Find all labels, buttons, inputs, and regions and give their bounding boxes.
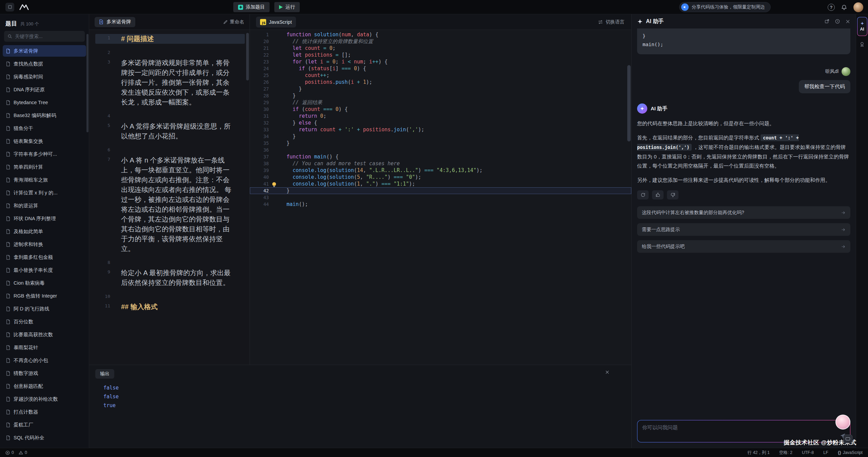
- code-line[interactable]: 37function main() {: [250, 153, 631, 160]
- help-button[interactable]: ?: [828, 4, 835, 11]
- thumbs-up-button[interactable]: [652, 190, 664, 199]
- close-icon[interactable]: [605, 370, 610, 375]
- sidebar-item[interactable]: 简单四则计算: [3, 161, 86, 173]
- code-line[interactable]: 42}: [250, 187, 631, 194]
- code-line[interactable]: 35}: [250, 140, 631, 147]
- sidebar-item[interactable]: 病毒感染时间: [3, 71, 86, 82]
- code-line[interactable]: 21 let count = 0;: [250, 45, 631, 52]
- notifications-bell-icon[interactable]: [841, 4, 847, 11]
- search-input[interactable]: [15, 34, 81, 39]
- sidebar-item[interactable]: 创意标题匹配: [3, 380, 86, 392]
- promo-banner[interactable]: 分享代码练习体验，领限量定制周边: [679, 2, 771, 12]
- sidebar-item[interactable]: 穿越沙漠的补给次数: [3, 393, 86, 405]
- sidebar-item[interactable]: 拿到最多红包金额: [3, 251, 86, 263]
- code-line[interactable]: 44main();: [250, 201, 631, 208]
- thumbs-down-button[interactable]: [667, 190, 678, 199]
- sidebar-item[interactable]: 字符串有多少种可...: [3, 148, 86, 160]
- code-line[interactable]: 23 for (let i = 0; i < num; i++) {: [250, 58, 631, 65]
- code-line[interactable]: 43: [250, 194, 631, 201]
- sidebar-item[interactable]: 暴雨梨花针: [3, 342, 86, 353]
- suggested-question[interactable]: 这段代码中计算左右被推数量的部分能再优化吗?: [637, 206, 850, 219]
- sidebar-item[interactable]: Base32 编码和解码: [3, 110, 86, 121]
- scrollbar-thumb[interactable]: [627, 65, 631, 141]
- code-line[interactable]: 32 } else {: [250, 119, 631, 126]
- code-editor[interactable]: 1function solution(num, data) {20 // 统计保…: [250, 30, 631, 365]
- code-line[interactable]: 22 let positions = [];: [250, 52, 631, 58]
- regenerate-button[interactable]: [637, 190, 649, 199]
- close-icon[interactable]: [845, 19, 850, 24]
- code-line[interactable]: 36: [250, 147, 631, 153]
- sidebar-item[interactable]: 百分位数: [3, 316, 86, 327]
- ai-input[interactable]: [637, 420, 850, 430]
- eol-setting[interactable]: LF: [823, 450, 828, 455]
- sidebar-item[interactable]: 青海湖租车之旅: [3, 174, 86, 186]
- history-icon[interactable]: [835, 19, 840, 24]
- code-line[interactable]: 27 }: [250, 85, 631, 92]
- sidebar-item[interactable]: 计算位置 x 到 y 的...: [3, 187, 86, 198]
- code-line[interactable]: 41 console.log(solution(1, ".") === "1:1…: [250, 180, 631, 187]
- run-button[interactable]: 运行: [274, 2, 300, 12]
- code-line[interactable]: 40 console.log(solution(5, "R....") === …: [250, 174, 631, 180]
- search-box[interactable]: [4, 31, 85, 42]
- code-line[interactable]: 26 positions.push(i + 1);: [250, 79, 631, 85]
- chat-launcher-button[interactable]: [843, 435, 852, 443]
- scrollbar-thumb[interactable]: [246, 33, 249, 80]
- code-line[interactable]: 30 if (count === 0) {: [250, 106, 631, 113]
- code-line[interactable]: 34 }: [250, 133, 631, 140]
- sidebar-item[interactable]: Cion 勒索病毒: [3, 277, 86, 289]
- switch-language-button[interactable]: 切换语言: [598, 19, 625, 25]
- output-tab[interactable]: 输出: [95, 369, 114, 379]
- cursor-position[interactable]: 行 42，列 1: [748, 450, 770, 456]
- sidebar-item[interactable]: 不再贪心的小包: [3, 355, 86, 366]
- sidebar-item[interactable]: 猜数字游戏: [3, 367, 86, 379]
- sidebar-item[interactable]: 多米诺骨牌: [3, 45, 86, 57]
- indentation-setting[interactable]: 空格: 2: [779, 450, 792, 456]
- sidebar-item-label: 计算位置 x 到 y 的...: [14, 190, 58, 196]
- language-mode[interactable]: {} JavaScript: [838, 450, 863, 455]
- code-line[interactable]: 20 // 统计保持竖立的骨牌数量和位置: [250, 38, 631, 45]
- code-line[interactable]: 33 return count + ':' + positions.join('…: [250, 126, 631, 133]
- sidebar-item[interactable]: 打点计数器: [3, 406, 86, 418]
- sidebar-item[interactable]: SQL 代码补全: [3, 432, 86, 443]
- problem-description[interactable]: 1# 问题描述23多米诺骨牌游戏规则非常简单，将骨牌按一定间距的尺寸排成单行，或…: [89, 30, 250, 365]
- suggested-question[interactable]: 需要一点思路提示: [637, 223, 850, 236]
- code-line[interactable]: 1function solution(num, data) {: [250, 31, 631, 38]
- encoding-setting[interactable]: UTF-8: [802, 450, 814, 455]
- add-problem-button[interactable]: 添加题目: [233, 2, 270, 12]
- sidebar-item[interactable]: 链表聚集交换: [3, 135, 86, 147]
- code-line[interactable]: 29 // 返回结果: [250, 99, 631, 106]
- code-line[interactable]: 38 // You can add more test cases here: [250, 160, 631, 167]
- sidebar-item[interactable]: 及格如此简单: [3, 226, 86, 237]
- sidebar-item[interactable]: 比赛最高获胜次数: [3, 329, 86, 340]
- language-tab[interactable]: JS JavaScript: [256, 17, 296, 27]
- warnings-status[interactable]: 0: [19, 450, 27, 455]
- sidebar-item[interactable]: 进制求和转换: [3, 239, 86, 250]
- sidebar-item[interactable]: DNA 序列还原: [3, 84, 86, 95]
- sidebar-item[interactable]: 阿 D 的飞行路线: [3, 303, 86, 315]
- sidebar-item[interactable]: 环状 DNA 序列整理: [3, 213, 86, 224]
- code-line[interactable]: 39 console.log(solution(14, ".L.R...LR..…: [250, 167, 631, 174]
- errors-status[interactable]: 0: [5, 450, 14, 455]
- code-line[interactable]: 25 count++;: [250, 72, 631, 79]
- ai-toggle-button[interactable]: AI: [857, 17, 867, 36]
- sidebar-item[interactable]: Bytedance Tree: [3, 97, 86, 108]
- sidebar-item[interactable]: 蛋糕工厂: [3, 419, 86, 431]
- lightbulb-icon[interactable]: [272, 182, 276, 186]
- problem-tab[interactable]: 多米诺骨牌: [95, 17, 135, 27]
- code-line[interactable]: 28 }: [250, 92, 631, 99]
- rename-button[interactable]: 重命名: [223, 19, 244, 25]
- user-avatar[interactable]: [853, 2, 863, 12]
- assistant-floating-avatar[interactable]: [835, 415, 850, 430]
- code-line[interactable]: 24 if (status[i] === 0) {: [250, 65, 631, 72]
- export-chat-icon[interactable]: [824, 19, 830, 24]
- sidebar-item[interactable]: 查找热点数据: [3, 58, 86, 70]
- suggested-question[interactable]: 给我一些代码提示吧: [637, 240, 850, 253]
- glyph-margin: [269, 58, 280, 65]
- sidebar-item[interactable]: 最小替换子串长度: [3, 264, 86, 276]
- sidebar-item[interactable]: 猫鱼分干: [3, 122, 86, 134]
- sidebar-item[interactable]: RGB 色值转 Integer: [3, 290, 86, 302]
- sidebar-item[interactable]: 和的逆运算: [3, 200, 86, 211]
- scrollbar-thumb[interactable]: [86, 34, 88, 132]
- medal-icon[interactable]: [859, 41, 865, 47]
- code-line[interactable]: 31 return 0;: [250, 113, 631, 119]
